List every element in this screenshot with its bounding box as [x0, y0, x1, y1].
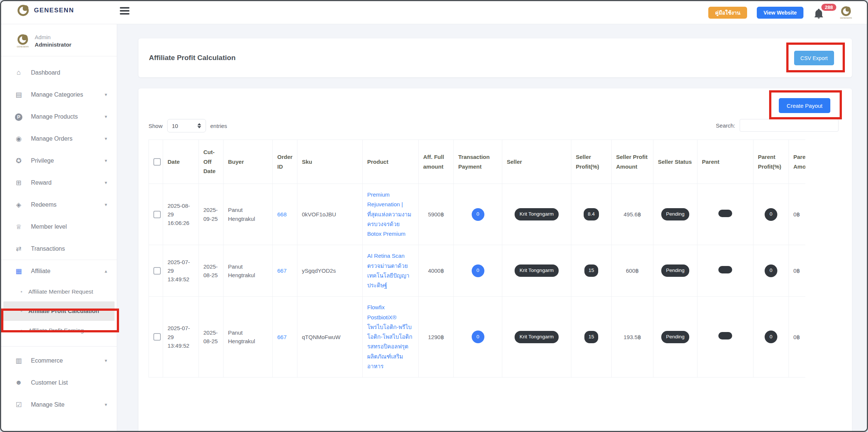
page-header-card: Affiliate Profit Calculation CSV Export — [138, 38, 852, 77]
main-content: Affiliate Profit Calculation CSV Export … — [117, 24, 867, 431]
table-scroll-area[interactable]: Date Cut-Off Date Buyer Order ID Sku Pro… — [149, 140, 805, 432]
home-icon: ⌂ — [13, 69, 24, 76]
header-seller-profit-amount: Seller Profit Amount — [612, 140, 653, 184]
sidebar-item-manage-orders[interactable]: ◉ Manage Orders ▾ — [1, 128, 117, 150]
transaction-payment-badge: 0 — [472, 331, 484, 343]
select-arrows-icon — [197, 123, 201, 128]
parent-badge — [718, 210, 732, 217]
medal-icon: ✪ — [13, 157, 24, 165]
parent-profit-pct-badge: 0 — [765, 264, 777, 277]
orders-seal-icon: ◉ — [13, 135, 24, 143]
header-aff-full-amount: Aff. Full amount — [419, 140, 454, 184]
cell-aff-full-amount: 4000฿ — [419, 245, 454, 297]
brand[interactable]: GENESENN — [18, 5, 74, 16]
chevron-down-icon: ▾ — [104, 158, 107, 163]
header-seller-status: Seller Status — [653, 140, 697, 184]
seller-badge: Krit Tongngarm — [515, 264, 558, 277]
header-transaction-payment: Transaction Payment — [454, 140, 502, 184]
brand-name: GENESENN — [34, 7, 74, 14]
sidebar-item-transactions[interactable]: ⇄ Transactions — [1, 238, 117, 260]
page-size-value: 10 — [172, 123, 178, 129]
csv-export-button[interactable]: CSV Export — [794, 51, 834, 65]
p-badge-icon: P — [15, 113, 22, 121]
sidebar-item-ecommerce[interactable]: ▥ Ecommerce ▾ — [1, 350, 117, 372]
select-all-checkbox[interactable] — [153, 158, 161, 166]
sidebar-item-affiliate-profit-calculation[interactable]: • Affiliate Profit Calculation — [3, 301, 115, 321]
page-title: Affiliate Profit Calculation — [149, 54, 235, 62]
sidebar: GENESENN Admin Administrator ⌂ Dashboard… — [1, 24, 117, 431]
product-link[interactable]: AI Retina Scan ตรวจม่านตาด้วยเทคโนโลยีปั… — [367, 251, 414, 290]
bullet-icon: • — [21, 328, 22, 334]
parent-profit-pct-badge: 0 — [765, 331, 777, 343]
chevron-down-icon: ▾ — [104, 202, 107, 207]
view-website-button[interactable]: View Website — [757, 7, 803, 19]
table-row: 2025-07-29 13:49:52 2025-08-25 Panut Hen… — [149, 297, 806, 378]
chevron-down-icon: ▾ — [104, 180, 107, 185]
sidebar-item-reward[interactable]: ⊞ Reward ▾ — [1, 172, 117, 194]
chevron-down-icon: ▾ — [104, 92, 107, 97]
transaction-payment-badge: 0 — [472, 208, 484, 221]
topbar: GENESENN คู่มือใช้งาน View Website 288 G… — [1, 1, 867, 24]
seller-profit-pct-badge: 15 — [584, 331, 598, 343]
sidebar-item-dashboard[interactable]: ⌂ Dashboard — [1, 62, 117, 84]
sidebar-item-label: Ecommerce — [31, 357, 104, 364]
seller-status-badge: Pending — [661, 331, 690, 343]
hamburger-bar — [120, 7, 129, 9]
sidebar-item-label: Manage Products — [31, 113, 104, 120]
sidebar-item-label: Customer List — [31, 379, 107, 386]
sidebar-item-member-level[interactable]: ♕ Member level — [1, 216, 117, 238]
profile-role: Administrator — [35, 41, 71, 48]
sidebar-item-label: Reward — [31, 179, 104, 186]
search-input[interactable] — [740, 119, 839, 132]
affiliate-profit-table: Date Cut-Off Date Buyer Order ID Sku Pro… — [149, 140, 805, 378]
users-icon: ☻ — [13, 379, 24, 386]
header-cutoff-date: Cut-Off Date — [199, 140, 224, 184]
bullet-icon: • — [21, 289, 22, 295]
sidebar-item-redeems[interactable]: ◈ Redeems ▾ — [1, 194, 117, 216]
page-size-select[interactable]: 10 — [167, 119, 206, 132]
transaction-payment-badge: 0 — [472, 264, 484, 277]
cell-buyer: Panut Hengtrakul — [224, 297, 273, 378]
sidebar-item-manage-site[interactable]: ☑ Manage Site ▾ — [1, 394, 117, 416]
row-checkbox[interactable] — [153, 267, 161, 275]
sidebar-item-affiliate-profit-earning[interactable]: • Affiliate Profit Earning — [3, 321, 115, 340]
sidebar-subitem-label: Affiliate Profit Earning — [28, 327, 84, 334]
manual-button[interactable]: คู่มือใช้งาน — [708, 7, 747, 19]
topbar-actions: คู่มือใช้งาน View Website 288 GENESENN — [708, 1, 852, 24]
notifications-bell-icon[interactable]: 288 — [813, 5, 830, 20]
sidebar-item-customer-list[interactable]: ☻ Customer List — [1, 372, 117, 394]
product-link[interactable]: Flowfix PostbiotiX® โพรไบโอติก-พรีไบโอติ… — [367, 303, 414, 371]
sidebar-item-label: Manage Categories — [31, 91, 104, 98]
table-card: Create Payout Show 10 entries Search: — [138, 88, 852, 432]
cell-sku: 0kVOF1oJBU — [297, 184, 363, 245]
sidebar-item-privilege[interactable]: ✪ Privilege ▾ — [1, 150, 117, 172]
product-link[interactable]: Premium Rejuvenation | ที่สุดแห่งความงาม… — [367, 190, 414, 239]
header-product: Product — [363, 140, 419, 184]
sidebar-item-manage-products[interactable]: P Manage Products ▾ — [1, 106, 117, 128]
sidebar-item-manage-categories[interactable]: ▤ Manage Categories ▾ — [1, 84, 117, 106]
sidebar-toggle-icon[interactable] — [120, 7, 129, 16]
order-id-link[interactable]: 667 — [277, 334, 287, 340]
sidebar-item-affiliate-member-request[interactable]: • Affiliate Member Request — [3, 282, 115, 301]
order-id-link[interactable]: 668 — [277, 211, 287, 217]
cell-seller-profit-amount: 193.5฿ — [612, 297, 653, 378]
avatar-label: GENESENN — [840, 17, 852, 19]
sidebar-subitem-label: Affiliate Member Request — [28, 288, 93, 295]
table-header-row: Date Cut-Off Date Buyer Order ID Sku Pro… — [149, 140, 806, 184]
header-seller: Seller — [502, 140, 571, 184]
parent-badge — [718, 332, 732, 339]
cell-parent-profit-amount: 0฿ — [789, 184, 806, 245]
trophy-icon: ♕ — [13, 223, 24, 231]
header-sku: Sku — [297, 140, 363, 184]
row-checkbox[interactable] — [153, 211, 161, 218]
sidebar-item-affiliate[interactable]: ▦ Affiliate ▴ — [1, 260, 117, 282]
create-payout-button[interactable]: Create Payout — [779, 98, 830, 113]
divider — [1, 346, 117, 347]
seller-badge: Krit Tongngarm — [515, 208, 558, 220]
user-avatar[interactable]: GENESENN — [840, 6, 852, 19]
header-parent-profit-pct: Parent Profit(%) — [753, 140, 789, 184]
row-checkbox[interactable] — [153, 333, 161, 341]
order-id-link[interactable]: 667 — [277, 267, 287, 274]
chevron-down-icon: ▾ — [104, 114, 107, 119]
cell-date: 2025-07-29 13:49:52 — [163, 245, 199, 297]
